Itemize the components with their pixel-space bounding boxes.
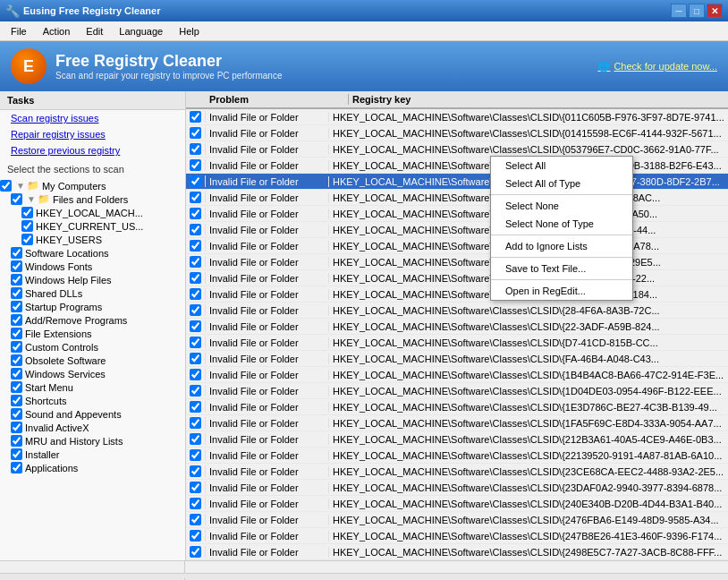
row-checkbox[interactable]	[190, 385, 201, 397]
row-checkbox[interactable]	[190, 175, 201, 187]
row-checkbox[interactable]	[190, 482, 201, 493]
scan-link[interactable]: Scan registry issues	[0, 110, 185, 126]
row-checkbox[interactable]	[190, 498, 201, 509]
row-checkbox[interactable]	[190, 369, 201, 380]
tree-item[interactable]: HKEY_LOCAL_MACH...	[0, 206, 185, 219]
table-row[interactable]: Invalid File or FolderHKEY_LOCAL_MACHINE…	[186, 464, 728, 480]
menu-item-action[interactable]: Action	[36, 24, 78, 38]
table-row[interactable]: Invalid File or FolderHKEY_LOCAL_MACHINE…	[186, 206, 728, 222]
tree-checkbox[interactable]	[11, 193, 22, 205]
row-checkbox[interactable]	[190, 337, 201, 348]
context-menu-item[interactable]: Select All of Type	[491, 175, 632, 192]
table-row[interactable]: Invalid File or FolderHKEY_LOCAL_MACHINE…	[186, 335, 728, 351]
table-row[interactable]: Invalid File or FolderHKEY_LOCAL_MACHINE…	[186, 222, 728, 238]
tree-checkbox[interactable]	[11, 422, 22, 433]
tree-item[interactable]: Software Locations	[0, 246, 185, 260]
context-menu-item[interactable]: Save to Text File...	[491, 260, 632, 277]
tree-checkbox[interactable]	[11, 328, 22, 339]
table-row[interactable]: Invalid File or FolderHKEY_LOCAL_MACHINE…	[186, 415, 728, 431]
row-checkbox[interactable]	[190, 224, 201, 235]
tree-checkbox[interactable]	[11, 462, 22, 473]
tree-item[interactable]: ▼📁Files and Folders	[0, 192, 185, 206]
tree-item[interactable]: Applications	[0, 461, 185, 474]
tree-checkbox[interactable]	[11, 301, 22, 312]
table-row[interactable]: Invalid File or FolderHKEY_LOCAL_MACHINE…	[186, 512, 728, 528]
table-row[interactable]: Invalid File or FolderHKEY_LOCAL_MACHINE…	[186, 286, 728, 303]
minimize-button[interactable]: ─	[671, 4, 687, 18]
tree-item[interactable]: Shared DLLs	[0, 286, 185, 300]
row-checkbox[interactable]	[190, 449, 201, 461]
tree-checkbox[interactable]	[21, 220, 33, 232]
row-checkbox[interactable]	[190, 546, 201, 558]
table-row[interactable]: Invalid File or FolderHKEY_LOCAL_MACHINE…	[186, 303, 728, 319]
table-row[interactable]: Invalid File or FolderHKEY_LOCAL_MACHINE…	[186, 319, 728, 335]
table-row[interactable]: Invalid File or FolderHKEY_LOCAL_MACHINE…	[186, 109, 728, 125]
menu-item-language[interactable]: Language	[112, 24, 170, 38]
tree-checkbox[interactable]	[11, 448, 22, 460]
tree-checkbox[interactable]	[21, 234, 33, 245]
row-checkbox[interactable]	[190, 465, 201, 477]
table-row[interactable]: Invalid File or FolderHKEY_LOCAL_MACHINE…	[186, 480, 728, 496]
table-row[interactable]: Invalid File or FolderHKEY_LOCAL_MACHINE…	[186, 254, 728, 270]
tree-checkbox[interactable]	[21, 207, 33, 218]
table-row[interactable]: Invalid File or FolderHKEY_LOCAL_MACHINE…	[186, 544, 728, 560]
tree-checkbox[interactable]	[11, 381, 22, 393]
tree-item[interactable]: Startup Programs	[0, 300, 185, 313]
row-checkbox[interactable]	[190, 143, 201, 155]
tree-item[interactable]: Start Menu	[0, 380, 185, 394]
table-row[interactable]: Invalid File or FolderHKEY_LOCAL_MACHINE…	[186, 158, 728, 174]
table-row[interactable]: Invalid File or FolderHKEY_LOCAL_MACHINE…	[186, 141, 728, 158]
tree-checkbox[interactable]	[11, 368, 22, 380]
tree-checkbox[interactable]	[11, 274, 22, 286]
menu-item-help[interactable]: Help	[172, 24, 207, 38]
tree-item[interactable]: Add/Remove Programs	[0, 313, 185, 327]
tree-item[interactable]: Obsolete Software	[0, 354, 185, 367]
tree-item[interactable]: Sound and Appevents	[0, 407, 185, 421]
row-checkbox[interactable]	[190, 417, 201, 429]
row-checkbox[interactable]	[190, 288, 201, 300]
tree-item[interactable]: HKEY_CURRENT_US...	[0, 219, 185, 233]
tree-item[interactable]: Windows Services	[0, 367, 185, 380]
tree-item[interactable]: MRU and History Lists	[0, 434, 185, 448]
tree-checkbox[interactable]	[11, 435, 22, 447]
row-checkbox[interactable]	[190, 530, 201, 542]
restore-link[interactable]: Restore previous registry	[0, 142, 185, 158]
table-row[interactable]: Invalid File or FolderHKEY_LOCAL_MACHINE…	[186, 431, 728, 448]
table-row[interactable]: Invalid File or FolderHKEY_LOCAL_MACHINE…	[186, 190, 728, 206]
table-row[interactable]: Invalid File or FolderHKEY_LOCAL_MACHINE…	[186, 383, 728, 399]
menu-item-file[interactable]: File	[4, 24, 34, 38]
row-checkbox[interactable]	[190, 272, 201, 284]
table-row[interactable]: Invalid File or FolderHKEY_LOCAL_MACHINE…	[186, 528, 728, 544]
tree-item[interactable]: HKEY_USERS	[0, 233, 185, 246]
table-row[interactable]: Invalid File or FolderHKEY_LOCAL_MACHINE…	[186, 174, 728, 190]
tree-checkbox[interactable]	[11, 395, 22, 406]
repair-link[interactable]: Repair registry issues	[0, 126, 185, 142]
update-link[interactable]: 🌐 Check for update now...	[597, 61, 717, 72]
context-menu-item[interactable]: Select None of Type	[491, 215, 632, 233]
maximize-button[interactable]: □	[689, 4, 705, 18]
tree-checkbox[interactable]	[11, 287, 22, 299]
row-checkbox[interactable]	[190, 353, 201, 364]
tree-item[interactable]: Installer	[0, 448, 185, 461]
table-row[interactable]: Invalid File or FolderHKEY_LOCAL_MACHINE…	[186, 496, 728, 512]
tree-checkbox[interactable]	[11, 408, 22, 420]
row-checkbox[interactable]	[190, 208, 201, 219]
row-checkbox[interactable]	[190, 256, 201, 268]
tree-item[interactable]: Invalid ActiveX	[0, 421, 185, 434]
row-checkbox[interactable]	[190, 401, 201, 413]
row-checkbox[interactable]	[190, 304, 201, 316]
context-menu-item[interactable]: Open in RegEdit...	[491, 282, 632, 300]
table-row[interactable]: Invalid File or FolderHKEY_LOCAL_MACHINE…	[186, 367, 728, 383]
context-menu-item[interactable]: Select All	[491, 157, 632, 175]
row-checkbox[interactable]	[190, 240, 201, 252]
row-checkbox[interactable]	[190, 433, 201, 445]
tree-checkbox[interactable]	[11, 247, 22, 259]
tree-item[interactable]: Windows Help Files	[0, 273, 185, 286]
row-checkbox[interactable]	[190, 514, 201, 525]
tree-item[interactable]: ▼📁My Computers	[0, 179, 185, 192]
menu-item-edit[interactable]: Edit	[79, 24, 110, 38]
tree-checkbox[interactable]	[11, 341, 22, 353]
context-menu-item[interactable]: Select None	[491, 197, 632, 215]
row-checkbox[interactable]	[190, 192, 201, 203]
row-checkbox[interactable]	[190, 127, 201, 139]
